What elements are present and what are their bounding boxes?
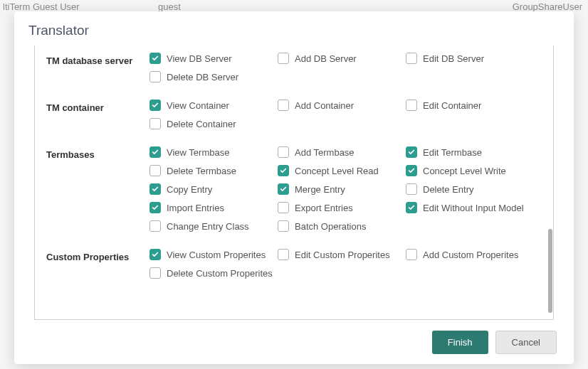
checkbox-unchecked-icon <box>278 202 289 213</box>
checkbox-checked-icon <box>406 146 417 158</box>
option-add-container[interactable]: Add Container <box>278 100 406 111</box>
option-edit-db-server[interactable]: Edit DB Server <box>406 53 534 64</box>
option-label: Merge Entry <box>295 184 345 195</box>
option-label: Edit Custom Properites <box>295 250 390 260</box>
section-options: View Custom Properites Edit Custom Prope… <box>149 249 545 286</box>
checkbox-unchecked-icon <box>278 249 289 260</box>
option-label: Add Custom Properites <box>423 250 518 260</box>
option-add-custom-properties[interactable]: Add Custom Properites <box>406 249 534 260</box>
option-label: Edit Termbase <box>423 147 482 158</box>
option-view-container[interactable]: View Container <box>149 100 278 111</box>
section-options: View Container Add Container Edit Contai… <box>149 100 545 137</box>
option-view-custom-properties[interactable]: View Custom Properites <box>149 249 278 260</box>
cancel-button[interactable]: Cancel <box>495 331 557 354</box>
bg-user-col-3: GroupShareUser <box>513 1 582 12</box>
option-label: View DB Server <box>167 53 232 64</box>
option-label: View Custom Properites <box>167 250 266 260</box>
checkbox-checked-icon <box>149 183 161 195</box>
section-label: Termbases <box>46 146 149 160</box>
option-batch-operations[interactable]: Batch Operations <box>278 220 406 232</box>
checkbox-unchecked-icon <box>149 118 161 129</box>
option-add-db-server[interactable]: Add DB Server <box>278 53 406 64</box>
checkbox-unchecked-icon <box>406 183 417 195</box>
section-options: View DB Server Add DB Server Edit DB Ser… <box>149 53 545 90</box>
option-label: View Termbase <box>167 147 229 158</box>
option-delete-entry[interactable]: Delete Entry <box>406 183 534 195</box>
section-termbases: Termbases View Termbase Add Termbase Edi… <box>46 146 545 239</box>
option-edit-custom-properties[interactable]: Edit Custom Properites <box>278 249 406 260</box>
option-label: Delete Container <box>167 119 236 129</box>
option-delete-container[interactable]: Delete Container <box>149 118 278 129</box>
checkbox-checked-icon <box>149 146 161 158</box>
option-delete-custom-properties[interactable]: Delete Custom Properites <box>149 267 278 279</box>
option-label: Batch Operations <box>295 221 366 232</box>
section-custom-properties: Custom Properties View Custom Properites… <box>46 249 545 286</box>
checkbox-checked-icon <box>149 53 161 64</box>
checkbox-checked-icon <box>406 202 417 213</box>
option-edit-without-input-model[interactable]: Edit Without Input Model <box>406 202 534 213</box>
option-label: Export Entries <box>295 203 353 213</box>
checkbox-unchecked-icon <box>278 100 289 111</box>
checkbox-unchecked-icon <box>406 100 417 111</box>
option-view-termbase[interactable]: View Termbase <box>149 146 278 158</box>
option-export-entries[interactable]: Export Entries <box>278 202 406 213</box>
section-label: Custom Properties <box>46 249 149 262</box>
checkbox-unchecked-icon <box>278 53 289 64</box>
checkbox-unchecked-icon <box>149 220 161 232</box>
section-options: View Termbase Add Termbase Edit Termbase… <box>149 146 545 239</box>
option-add-termbase[interactable]: Add Termbase <box>278 146 406 158</box>
option-label: Add Container <box>295 100 354 111</box>
scrollbar-thumb[interactable] <box>548 229 552 313</box>
option-label: Delete Entry <box>423 184 474 195</box>
modal-header: Translator <box>14 11 574 46</box>
modal-footer: Finish Cancel <box>14 322 574 364</box>
option-label: Concept Level Write <box>423 166 506 176</box>
option-label: Add Termbase <box>295 147 355 158</box>
checkbox-checked-icon <box>149 202 161 213</box>
option-merge-entry[interactable]: Merge Entry <box>278 183 406 195</box>
checkbox-checked-icon <box>149 100 161 111</box>
option-delete-db-server[interactable]: Delete DB Server <box>149 71 278 82</box>
option-label: Edit DB Server <box>423 53 484 64</box>
checkbox-checked-icon <box>406 165 417 176</box>
option-change-entry-class[interactable]: Change Entry Class <box>149 220 278 232</box>
permissions-panel[interactable]: TM database server View DB Server Add DB… <box>34 46 554 320</box>
option-import-entries[interactable]: Import Entries <box>149 202 278 213</box>
checkbox-unchecked-icon <box>149 267 161 279</box>
section-label: TM container <box>46 100 149 113</box>
finish-button[interactable]: Finish <box>432 331 488 354</box>
modal-title: Translator <box>28 23 560 38</box>
bg-user-col-1: ltiTerm Guest User <box>3 1 80 12</box>
checkbox-checked-icon <box>149 249 161 260</box>
translator-permissions-modal: Translator TM database server View DB Se… <box>14 11 574 364</box>
option-label: Copy Entry <box>167 184 212 195</box>
checkbox-unchecked-icon <box>149 165 161 176</box>
section-label: TM database server <box>46 53 149 66</box>
option-concept-level-read[interactable]: Concept Level Read <box>278 165 406 176</box>
option-label: Delete Custom Properites <box>167 268 273 279</box>
checkbox-unchecked-icon <box>278 146 289 158</box>
section-tm-database-server: TM database server View DB Server Add DB… <box>46 53 545 90</box>
bg-user-col-2: guest <box>158 1 181 12</box>
checkbox-checked-icon <box>278 165 289 176</box>
option-view-db-server[interactable]: View DB Server <box>149 53 278 64</box>
checkbox-checked-icon <box>278 183 289 195</box>
option-label: Delete Termbase <box>167 166 236 176</box>
option-copy-entry[interactable]: Copy Entry <box>149 183 278 195</box>
option-delete-termbase[interactable]: Delete Termbase <box>149 165 278 176</box>
section-tm-container: TM container View Container Add Containe… <box>46 100 545 137</box>
option-concept-level-write[interactable]: Concept Level Write <box>406 165 534 176</box>
option-label: Edit Without Input Model <box>423 203 524 213</box>
modal-body: TM database server View DB Server Add DB… <box>14 46 574 322</box>
option-edit-termbase[interactable]: Edit Termbase <box>406 146 534 158</box>
option-label: Concept Level Read <box>295 166 379 176</box>
checkbox-unchecked-icon <box>406 53 417 64</box>
option-label: Change Entry Class <box>167 221 249 232</box>
option-label: Import Entries <box>167 203 224 213</box>
checkbox-unchecked-icon <box>149 71 161 82</box>
option-label: Add DB Server <box>295 53 357 64</box>
checkbox-unchecked-icon <box>278 220 289 232</box>
option-label: View Container <box>167 100 229 111</box>
option-label: Delete DB Server <box>167 72 238 82</box>
option-edit-container[interactable]: Edit Container <box>406 100 534 111</box>
